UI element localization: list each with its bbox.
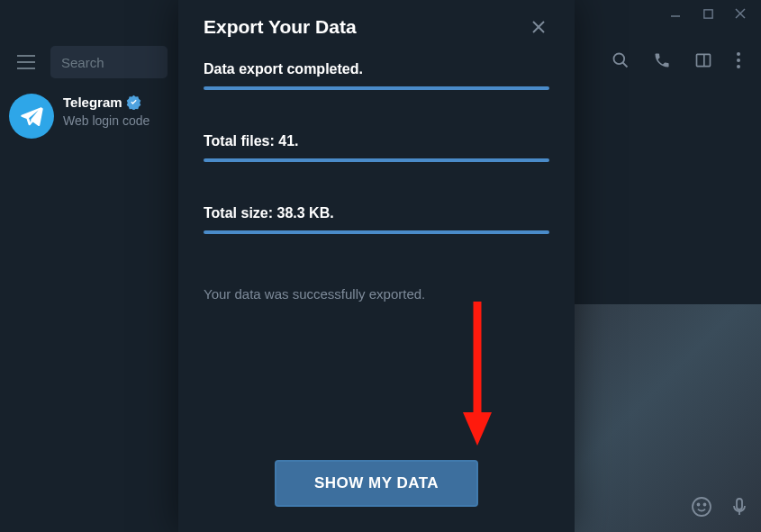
emoji-icon[interactable] [691, 496, 712, 521]
svg-point-7 [614, 54, 625, 65]
total-size-row: Total size: 38.3 KB. [204, 205, 549, 272]
chat-preview: Web login code [63, 113, 169, 128]
total-files-row: Total files: 41. [204, 133, 549, 200]
export-data-modal: Export Your Data Data export completed. … [178, 0, 575, 532]
sidebar-toggle-icon[interactable] [694, 51, 712, 73]
header-actions [612, 51, 754, 73]
total-files-text: Total files: 41. [204, 133, 549, 149]
progress-bar [204, 86, 549, 90]
window-controls [667, 0, 761, 27]
maximize-button[interactable] [700, 7, 716, 23]
chat-name: Telegram [63, 95, 122, 110]
search-icon[interactable] [612, 51, 630, 73]
show-my-data-button[interactable]: SHOW MY DATA [275, 460, 478, 507]
voice-message-icon[interactable] [729, 496, 750, 521]
search-input[interactable]: Search [50, 46, 168, 78]
chat-name-row: Telegram [63, 94, 169, 110]
modal-header: Export Your Data [204, 16, 549, 38]
success-message: Your data was successfully exported. [204, 286, 549, 302]
svg-line-8 [623, 63, 628, 68]
chat-info: Telegram Web login code [63, 94, 169, 128]
verified-icon [126, 94, 142, 110]
call-icon[interactable] [653, 51, 671, 73]
search-placeholder: Search [61, 55, 104, 70]
svg-point-20 [704, 504, 706, 506]
export-status-text: Data export completed. [204, 61, 549, 77]
svg-point-11 [737, 52, 740, 56]
svg-point-19 [698, 504, 700, 506]
total-size-text: Total size: 38.3 KB. [204, 205, 549, 221]
menu-button[interactable] [7, 43, 45, 81]
more-icon[interactable] [736, 51, 741, 73]
svg-point-13 [737, 65, 740, 68]
close-icon[interactable] [528, 16, 549, 38]
modal-title: Export Your Data [204, 16, 357, 38]
chat-list-item[interactable]: Telegram Web login code [0, 86, 178, 146]
export-status-row: Data export completed. [204, 61, 549, 128]
chat-list-sidebar: Telegram Web login code [0, 86, 178, 532]
progress-bar [204, 230, 549, 234]
avatar [9, 94, 54, 139]
svg-rect-21 [737, 499, 742, 509]
svg-point-12 [737, 59, 740, 62]
window-close-button[interactable] [732, 7, 748, 23]
message-input-actions [691, 496, 750, 521]
progress-bar [204, 158, 549, 162]
svg-rect-1 [703, 10, 711, 18]
svg-point-18 [693, 498, 711, 516]
minimize-button[interactable] [667, 7, 684, 23]
